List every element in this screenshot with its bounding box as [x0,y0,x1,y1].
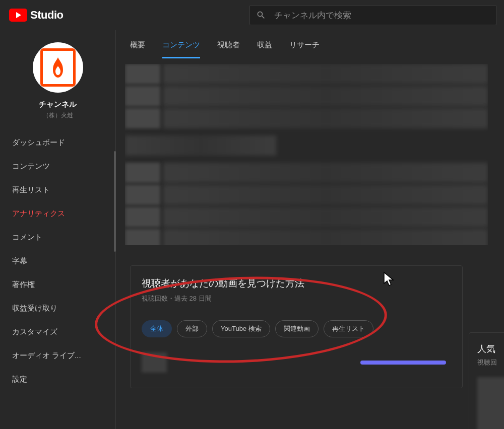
sidebar-item-dashboard[interactable]: ダッシュボード [0,131,115,155]
search-input[interactable]: チャンネル内で検索 [249,5,496,25]
traffic-source-card: 視聴者があなたの動画を見つけた方法 視聴回数・過去 28 日間 全体 外部 Yo… [130,265,463,388]
chart-bar [360,361,446,365]
sidebar-item-comments[interactable]: コメント [0,226,115,249]
popular-subtitle: 視聴回 [477,358,504,367]
main-content: 概要 コンテンツ 視聴者 収益 リサーチ 視聴者があなたの動画を見つけた方法 視… [116,30,504,429]
flame-icon [50,57,66,78]
tab-overview[interactable]: 概要 [130,40,145,58]
sidebar-item-customize[interactable]: カスタマイズ [0,320,115,344]
chip-row: 全体 外部 YouTube 検索 関連動画 再生リスト [142,320,451,337]
youtube-studio-logo[interactable]: Studio [9,9,63,22]
chip-external[interactable]: 外部 [177,320,207,337]
sidebar-item-settings[interactable]: 設定 [0,368,115,391]
topbar: Studio チャンネル内で検索 [0,0,504,30]
popular-card: 人気 視聴回 [469,332,504,429]
sidebar-item-copyright[interactable]: 著作権 [0,273,115,297]
sidebar-item-monetization[interactable]: 収益受け取り [0,297,115,320]
channel-avatar-section: チャンネル （株）火燵 [0,35,115,131]
search-icon [256,10,266,20]
chip-all[interactable]: 全体 [142,320,172,337]
popular-blurred [477,377,504,429]
popular-title: 人気 [477,343,504,355]
channel-label: チャンネル [39,100,77,109]
chip-playlist[interactable]: 再生リスト [324,320,373,337]
analytics-tabs: 概要 コンテンツ 視聴者 収益 リサーチ [125,30,504,59]
tab-audience[interactable]: 視聴者 [217,40,240,58]
tab-revenue[interactable]: 収益 [257,40,272,58]
channel-name: （株）火燵 [43,111,73,120]
search-placeholder: チャンネル内で検索 [274,10,351,21]
sidebar-item-analytics[interactable]: アナリティクス [0,202,115,226]
youtube-icon [9,9,27,22]
blurred-content-list [125,64,488,245]
sidebar-item-audio-library[interactable]: オーディオ ライブ... [0,344,115,368]
card-chart-row [142,352,451,373]
chip-related[interactable]: 関連動画 [275,320,319,337]
sidebar-item-subtitles[interactable]: 字幕 [0,249,115,273]
tab-content[interactable]: コンテンツ [162,40,200,58]
logo-text: Studio [30,9,63,22]
chart-label-blurred [142,352,167,373]
card-subtitle: 視聴回数・過去 28 日間 [142,294,451,303]
channel-avatar[interactable] [33,42,83,93]
sidebar-item-playlists[interactable]: 再生リスト [0,178,115,202]
chip-youtube-search[interactable]: YouTube 検索 [212,320,270,337]
sidebar: チャンネル （株）火燵 ダッシュボード コンテンツ 再生リスト アナリティクス … [0,30,116,429]
sidebar-item-content[interactable]: コンテンツ [0,155,115,178]
card-title: 視聴者があなたの動画を見つけた方法 [142,277,451,290]
tab-research[interactable]: リサーチ [289,40,320,58]
